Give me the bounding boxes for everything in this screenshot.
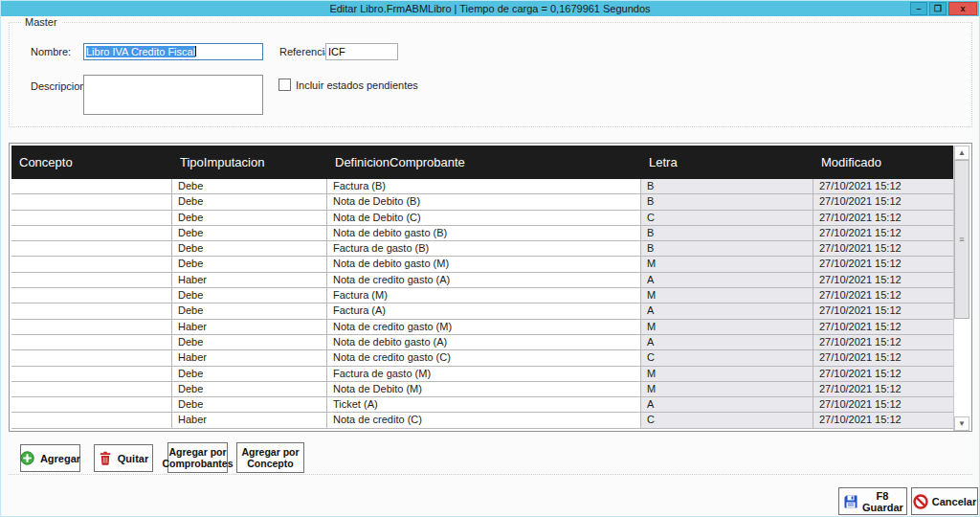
nombre-label: Nombre: — [31, 46, 71, 57]
incluir-pendientes-checkbox[interactable] — [278, 79, 291, 91]
table-cell: Factura (M) — [327, 288, 641, 303]
guardar-button[interactable]: F8 Guardar — [838, 487, 907, 515]
table-cell — [11, 335, 172, 349]
table-row[interactable]: HaberNota de credito gasto (M)M27/10/202… — [11, 320, 953, 335]
table-cell: Haber — [172, 350, 327, 365]
table-cell: 27/10/2021 15:12 — [813, 211, 953, 225]
table-cell: 27/10/2021 15:12 — [813, 194, 953, 209]
table-cell: A — [641, 397, 813, 412]
close-button[interactable]: x — [948, 2, 977, 15]
column-header-tipoimputacion[interactable]: TipoImputacion — [172, 146, 327, 179]
agregar-por-comprobantes-button[interactable]: Agregar por Comprobantes — [167, 442, 228, 473]
table-cell: M — [641, 257, 813, 271]
table-row[interactable]: DebeNota de debito gasto (A)A27/10/2021 … — [11, 335, 953, 350]
table-cell: 27/10/2021 15:12 — [813, 413, 953, 427]
incluir-pendientes-row: Incluir estados pendientes — [278, 79, 418, 91]
nombre-selected-text: Libro IVA Credito Fiscal — [86, 46, 195, 57]
table-cell — [11, 211, 172, 225]
table-cell: 27/10/2021 15:12 — [813, 241, 953, 256]
scrollbar-up-icon[interactable]: ▲ — [954, 146, 969, 160]
table-cell: Debe — [172, 257, 327, 271]
grid-body: DebeFactura (B)B27/10/2021 15:12DebeNota… — [11, 179, 953, 431]
table-cell — [11, 194, 172, 209]
table-row[interactable]: DebeNota de Debito (C)C27/10/2021 15:12 — [11, 211, 953, 226]
table-cell: A — [641, 273, 813, 287]
table-row[interactable]: HaberNota de credito gasto (A)A27/10/202… — [11, 273, 953, 288]
table-row[interactable]: DebeFactura (M)M27/10/2021 15:12 — [11, 288, 953, 303]
table-cell: B — [641, 226, 813, 240]
table-cell: Haber — [172, 273, 327, 287]
table-row[interactable]: DebeTicket (A)A27/10/2021 15:12 — [11, 397, 953, 413]
table-row[interactable]: DebeNota de debito gasto (M)M27/10/2021 … — [11, 257, 953, 272]
table-row[interactable]: HaberNota de credito (C)C27/10/2021 15:1… — [11, 413, 953, 428]
table-cell: M — [641, 320, 813, 334]
incluir-pendientes-label: Incluir estados pendientes — [296, 79, 418, 91]
column-header-modificado[interactable]: Modificado — [813, 146, 953, 179]
actions-panel-divider — [9, 474, 972, 475]
table-row[interactable]: DebeFactura (B)B27/10/2021 15:12 — [11, 179, 953, 194]
table-cell: 27/10/2021 15:12 — [813, 273, 953, 287]
table-cell: Nota de debito gasto (B) — [327, 226, 641, 240]
edit-libro-window: Editar Libro.FrmABMLibro | Tiempo de car… — [0, 0, 980, 517]
scrollbar-down-icon[interactable]: ▼ — [954, 416, 969, 431]
scrollbar-thumb[interactable]: ≡ — [954, 160, 969, 319]
restore-button[interactable]: ❐ — [929, 2, 947, 15]
column-header-definicioncomprobante[interactable]: DefinicionComprobante — [327, 146, 641, 179]
table-cell: M — [641, 288, 813, 303]
table-cell: Nota de credito (C) — [327, 413, 641, 427]
agregar-label: Agregar — [40, 453, 80, 464]
save-icon — [843, 494, 858, 509]
table-row[interactable]: DebeFactura (A)A27/10/2021 15:12 — [11, 303, 953, 319]
table-cell: 27/10/2021 15:12 — [813, 320, 953, 334]
table-cell: Debe — [172, 303, 327, 318]
table-cell: A — [641, 303, 813, 318]
column-header-letra[interactable]: Letra — [641, 146, 813, 179]
quitar-label: Quitar — [118, 453, 148, 464]
table-row[interactable]: DebeNota de debito gasto (B)B27/10/2021 … — [11, 226, 953, 241]
grid-vertical-scrollbar[interactable]: ▲ ≡ ▼ — [953, 146, 969, 431]
table-cell: A — [641, 335, 813, 349]
cancel-icon — [913, 494, 928, 509]
table-cell: 27/10/2021 15:12 — [813, 226, 953, 240]
table-cell: 27/10/2021 15:12 — [813, 397, 953, 412]
column-header-concepto[interactable]: Concepto — [11, 146, 172, 179]
minimize-button[interactable]: – — [910, 2, 927, 15]
table-cell: Nota de credito gasto (A) — [327, 273, 641, 287]
table-cell: Debe — [172, 335, 327, 349]
table-row[interactable]: HaberNota de credito gasto (C)C27/10/202… — [11, 350, 953, 366]
referencia-input[interactable] — [325, 43, 398, 60]
guardar-label: F8 Guardar — [862, 490, 902, 513]
table-cell — [11, 367, 172, 381]
table-cell: 27/10/2021 15:12 — [813, 350, 953, 365]
add-icon — [20, 451, 34, 465]
table-cell: Nota de Debito (M) — [327, 382, 641, 396]
agregar-por-concepto-button[interactable]: Agregar por Concepto — [236, 442, 304, 473]
table-cell: M — [641, 367, 813, 381]
scrollbar-track[interactable] — [954, 319, 969, 416]
table-cell — [11, 320, 172, 334]
table-cell: Debe — [172, 211, 327, 225]
descripcion-textarea[interactable] — [83, 75, 263, 115]
table-cell: Nota de credito gasto (M) — [327, 320, 641, 334]
grid-header: Concepto TipoImputacion DefinicionCompro… — [11, 146, 953, 179]
table-row[interactable]: DebeNota de Debito (M)M27/10/2021 15:12 — [11, 382, 953, 397]
cancelar-button[interactable]: Cancelar — [911, 487, 978, 515]
quitar-button[interactable]: Quitar — [94, 444, 153, 472]
table-cell: Ticket (A) — [327, 397, 641, 412]
table-cell: 27/10/2021 15:12 — [813, 382, 953, 396]
table-cell: 27/10/2021 15:12 — [813, 335, 953, 349]
table-cell: B — [641, 194, 813, 209]
table-cell: Factura (A) — [327, 303, 641, 318]
table-cell — [11, 288, 172, 303]
master-groupbox-label: Master — [21, 16, 61, 28]
table-cell: 27/10/2021 15:12 — [813, 288, 953, 303]
table-cell: B — [641, 179, 813, 193]
table-cell: Nota de Debito (C) — [327, 211, 641, 225]
table-row[interactable]: DebeFactura de gasto (M)M27/10/2021 15:1… — [11, 367, 953, 382]
table-row[interactable]: DebeNota de Debito (B)B27/10/2021 15:12 — [11, 194, 953, 210]
table-cell: M — [641, 382, 813, 396]
nombre-input[interactable]: Libro IVA Credito Fiscal — [83, 43, 263, 60]
agregar-button[interactable]: Agregar — [20, 444, 80, 472]
table-row[interactable]: DebeFactura de gasto (B)B27/10/2021 15:1… — [11, 241, 953, 257]
table-cell: Debe — [172, 179, 327, 193]
